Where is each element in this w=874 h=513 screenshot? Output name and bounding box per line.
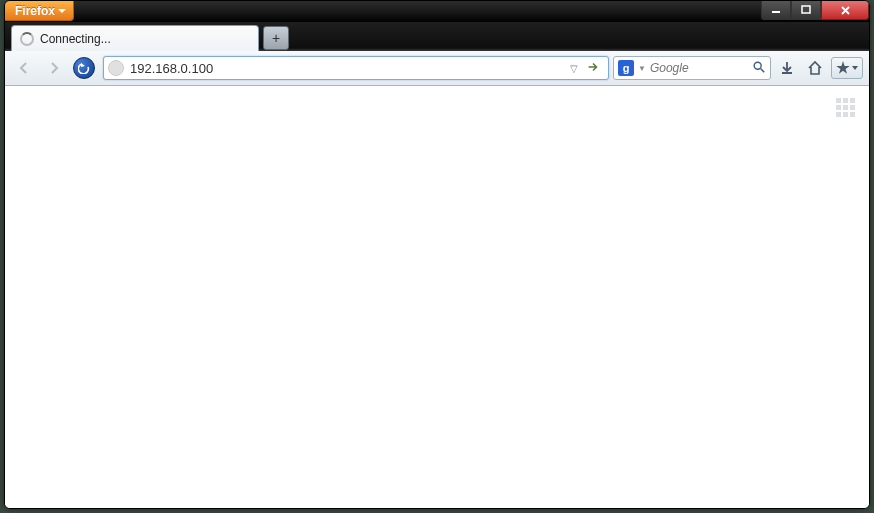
site-identity-icon[interactable] — [108, 60, 124, 76]
stop-reload-button[interactable] — [73, 57, 95, 79]
minimize-button[interactable] — [761, 1, 791, 20]
close-icon — [840, 5, 851, 16]
back-button — [11, 55, 37, 81]
firefox-menu-button[interactable]: Firefox — [5, 1, 74, 21]
tab-strip: Connecting... + — [5, 22, 869, 51]
maximize-icon — [801, 5, 811, 15]
go-arrow-icon — [586, 60, 600, 74]
title-bar: Firefox — [5, 1, 869, 22]
forward-arrow-icon — [46, 60, 62, 76]
tab-active[interactable]: Connecting... — [11, 25, 259, 51]
tab-title: Connecting... — [40, 32, 111, 46]
search-submit-button[interactable] — [752, 60, 766, 77]
downloads-button[interactable] — [775, 56, 799, 80]
go-button[interactable] — [582, 60, 604, 77]
firefox-menu-label: Firefox — [15, 4, 55, 18]
home-icon — [807, 60, 823, 76]
svg-point-2 — [754, 62, 761, 69]
download-icon — [779, 60, 795, 76]
svg-rect-0 — [772, 11, 780, 13]
search-bar[interactable]: g ▼ — [613, 56, 771, 80]
search-input[interactable] — [650, 61, 748, 75]
page-content — [5, 86, 869, 508]
forward-button — [41, 55, 67, 81]
search-engine-icon[interactable]: g — [618, 60, 634, 76]
new-tab-button[interactable]: + — [263, 26, 289, 50]
tab-groups-button[interactable] — [836, 98, 855, 117]
loading-spinner-icon — [20, 32, 34, 46]
bookmarks-menu-button[interactable] — [831, 57, 863, 79]
minimize-icon — [771, 5, 781, 15]
search-engine-dropdown[interactable]: ▼ — [638, 64, 646, 73]
window-controls — [761, 1, 869, 20]
browser-window: Firefox Connecting... + — [4, 0, 870, 509]
back-arrow-icon — [16, 60, 32, 76]
plus-icon: + — [272, 30, 280, 46]
maximize-button[interactable] — [791, 1, 821, 20]
url-bar[interactable]: ▽ — [103, 56, 609, 80]
star-icon — [836, 61, 850, 75]
url-history-dropdown[interactable]: ▽ — [566, 63, 582, 74]
navigation-toolbar: ▽ g ▼ — [5, 51, 869, 86]
svg-rect-1 — [802, 6, 810, 13]
magnifier-icon — [752, 60, 766, 74]
home-button[interactable] — [803, 56, 827, 80]
url-input[interactable] — [130, 61, 566, 76]
stop-icon — [78, 62, 90, 74]
close-button[interactable] — [821, 1, 869, 20]
